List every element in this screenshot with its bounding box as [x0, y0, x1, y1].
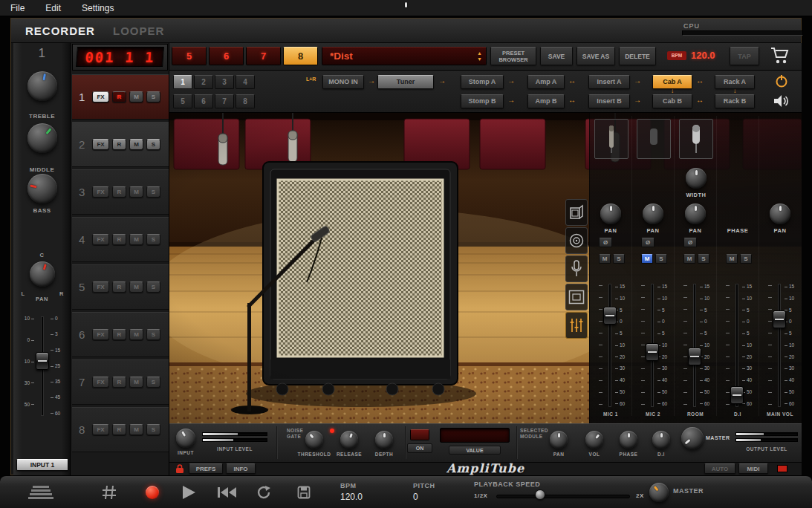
amplitube-window: File Edit Settings RECORDER LOOPER CPU 1… — [0, 0, 812, 508]
main-vol-fader-groove[interactable] — [778, 284, 781, 407]
output-level-meter-r — [735, 438, 798, 442]
midi-activity-led — [777, 465, 787, 472]
output-level-meter-l — [735, 432, 798, 436]
di-mute-button[interactable]: M — [726, 254, 738, 264]
value-display — [440, 428, 510, 443]
noise-label: NOISE — [287, 428, 303, 434]
gate-on-button[interactable] — [410, 429, 429, 440]
track-fx-button[interactable]: FX — [92, 424, 109, 435]
value-label: VALUE — [449, 446, 501, 455]
channel-number: 1 — [13, 46, 71, 61]
depth-knob[interactable] — [375, 431, 393, 449]
mic2-mute-button[interactable]: M — [641, 254, 653, 264]
mic1-fader-groove[interactable] — [608, 284, 611, 407]
threshold-knob[interactable] — [305, 431, 323, 449]
mic1-phase-button[interactable]: Ø — [599, 238, 612, 247]
menu-file[interactable]: File — [10, 3, 25, 13]
menu-settings[interactable]: Settings — [82, 3, 114, 13]
noise-gate-led — [330, 429, 334, 433]
di-phase-label: PHASE — [721, 227, 755, 234]
gate-label: GATE — [287, 434, 303, 440]
mic2-fader-handle[interactable] — [646, 343, 659, 361]
tab-recorder[interactable]: RECORDER — [25, 25, 95, 37]
input-label: INPUT — [169, 450, 202, 455]
playback-speed-thumb[interactable] — [535, 489, 545, 500]
room-fader-handle[interactable] — [688, 348, 701, 365]
loop-button[interactable] — [256, 485, 272, 503]
release-knob[interactable] — [340, 431, 358, 449]
di-solo-button[interactable]: S — [740, 254, 752, 264]
bpm-value[interactable]: 120.0 — [691, 50, 715, 61]
transport-bpm-label: BPM — [340, 482, 357, 489]
main-vol-channel-label: MAIN VOL — [762, 411, 798, 417]
mic2-solo-button[interactable]: S — [655, 254, 667, 264]
module-di-label: D.I — [643, 452, 679, 457]
transport-master-knob[interactable] — [649, 483, 669, 502]
record-button[interactable] — [146, 486, 159, 499]
main-pan-knob[interactable] — [770, 203, 790, 224]
transport-bpm-value[interactable]: 120.0 — [340, 492, 363, 502]
playback-speed-label: PLAYBACK SPEED — [474, 481, 540, 488]
mic1-fader-scale: 1510505102030405060 — [615, 284, 625, 406]
mic1-fader-handle[interactable] — [603, 307, 617, 325]
pitch-label: PITCH — [413, 482, 435, 489]
mic2-channel-label: MIC 2 — [635, 411, 671, 417]
module-di-knob[interactable] — [652, 431, 670, 449]
mic1-mute-button[interactable]: M — [599, 254, 611, 264]
module-pan-label: PAN — [541, 452, 576, 457]
pitch-value[interactable]: 0 — [413, 492, 418, 502]
play-button[interactable] — [183, 486, 195, 499]
di-channel-label: D.I — [720, 411, 756, 417]
tap-tempo-button[interactable]: TAP — [730, 47, 759, 65]
input-knob[interactable] — [176, 429, 195, 448]
tab-looper[interactable]: LOOPER — [113, 25, 164, 37]
mic1-pan-label: PAN — [594, 227, 628, 234]
threshold-label: THRESHOLD — [296, 452, 332, 457]
module-pan-knob[interactable] — [550, 431, 568, 449]
room-pan-label: PAN — [678, 227, 712, 234]
speed-max-label: 2X — [636, 492, 644, 499]
di-fader-handle[interactable] — [730, 386, 744, 404]
rewind-button[interactable] — [217, 486, 238, 501]
arrow-down-icon: ↓ — [733, 88, 736, 94]
tracks-view-icon[interactable] — [27, 485, 56, 503]
master-label: MASTER — [706, 435, 735, 440]
speaker-icon[interactable] — [773, 94, 789, 111]
transport-master-label: MASTER — [673, 487, 704, 495]
room-fader-scale: 1510505102030405060 — [700, 284, 709, 406]
input-level-meter-r — [202, 438, 267, 442]
room-mute-button[interactable]: M — [683, 254, 695, 264]
release-label: RELEASE — [331, 452, 367, 457]
module-phase-knob[interactable] — [620, 431, 637, 449]
input-source-button[interactable]: INPUT 1 — [16, 459, 68, 471]
treble-label: TREBLE — [13, 113, 71, 120]
room-phase-button[interactable]: Ø — [683, 238, 697, 247]
mic1-solo-button[interactable]: S — [613, 254, 625, 264]
room-fader: 1510505102030405060 — [678, 282, 713, 408]
auto-button[interactable]: AUTO — [704, 463, 735, 474]
mic2-pan-label: PAN — [636, 227, 670, 234]
mic2-phase-button[interactable]: Ø — [641, 238, 655, 247]
cpu-meter — [682, 30, 803, 36]
room-fader-groove[interactable] — [693, 284, 696, 407]
main-vol-fader-handle[interactable] — [773, 310, 786, 328]
metronome-icon[interactable] — [101, 484, 117, 504]
module-label: MODULE — [520, 434, 548, 440]
playback-speed-track[interactable] — [496, 495, 630, 498]
menu-edit[interactable]: Edit — [45, 3, 61, 13]
master-knob[interactable] — [681, 427, 704, 449]
mic2-fader: 1510505102030405060 — [635, 282, 671, 408]
cart-icon[interactable] — [770, 46, 790, 68]
main-vol-fader: 1510505102030405060 — [762, 282, 798, 408]
main-vol-fader-scale: 1510505102030405060 — [785, 284, 794, 406]
midi-button[interactable]: MIDI — [738, 463, 768, 474]
track-number: 8 — [79, 423, 89, 436]
speed-min-label: 1/2X — [474, 492, 487, 499]
power-icon[interactable] — [774, 74, 789, 91]
mic1-channel-label: MIC 1 — [593, 411, 629, 417]
on-label: ON — [407, 443, 432, 453]
room-solo-button[interactable]: S — [698, 254, 709, 264]
treble-knob[interactable] — [27, 71, 57, 101]
module-vol-knob[interactable] — [585, 431, 603, 449]
save-session-icon[interactable] — [297, 486, 311, 502]
